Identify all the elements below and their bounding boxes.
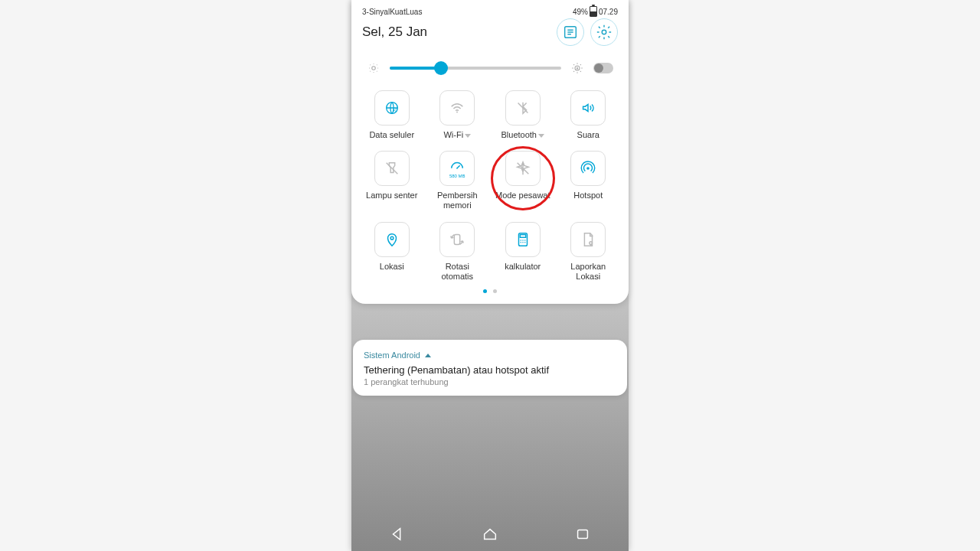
tile-button-location[interactable] bbox=[374, 222, 410, 257]
clock: 07.29 bbox=[599, 8, 618, 16]
svg-rect-20 bbox=[577, 530, 587, 539]
tile-reportloc[interactable]: Laporkan Lokasi bbox=[556, 222, 622, 282]
hotspot-icon bbox=[580, 160, 596, 177]
tile-button-autorotate[interactable] bbox=[439, 222, 475, 257]
notification-subtitle: 1 perangkat terhubung bbox=[364, 377, 616, 386]
tile-location[interactable]: Lokasi bbox=[359, 222, 425, 282]
brightness-low-icon bbox=[367, 61, 381, 75]
calc-icon bbox=[514, 231, 531, 248]
tile-label-calculator: kalkulator bbox=[505, 262, 541, 272]
tile-button-wifi[interactable] bbox=[439, 90, 475, 126]
svg-point-2 bbox=[372, 67, 376, 70]
flashlight-icon bbox=[384, 160, 400, 177]
settings-button[interactable] bbox=[590, 18, 618, 46]
battery-icon bbox=[590, 6, 597, 17]
tile-button-memclean[interactable]: 580 MB bbox=[439, 151, 475, 186]
tile-button-bluetooth[interactable] bbox=[505, 90, 541, 126]
brightness-slider[interactable] bbox=[390, 67, 561, 70]
tile-button-calculator[interactable] bbox=[505, 222, 541, 257]
tile-button-mobile-data[interactable]: 4G bbox=[374, 90, 410, 126]
tile-label-mobile-data: Data seluler bbox=[369, 130, 414, 140]
svg-text:4G: 4G bbox=[393, 109, 398, 112]
tile-button-flashlight[interactable] bbox=[374, 151, 410, 186]
home-icon[interactable] bbox=[482, 526, 498, 543]
tile-button-airplane[interactable] bbox=[505, 151, 541, 186]
svg-point-16 bbox=[520, 241, 521, 242]
globe-icon: 4G bbox=[384, 99, 400, 116]
phone-frame: 3-SinyalKuatLuas 49% 07.29 Sel, 25 Jan bbox=[351, 0, 629, 551]
tile-label-flashlight: Lampu senter bbox=[366, 191, 417, 201]
tile-label-location: Lokasi bbox=[380, 262, 404, 272]
airplane-icon bbox=[514, 160, 531, 177]
carrier-label: 3-SinyalKuatLuas bbox=[362, 8, 422, 16]
status-bar: 3-SinyalKuatLuas 49% 07.29 bbox=[351, 5, 629, 17]
battery-percent: 49% bbox=[573, 8, 588, 16]
svg-point-7 bbox=[456, 168, 458, 169]
gear-icon bbox=[596, 24, 612, 41]
tile-button-hotspot[interactable] bbox=[570, 151, 606, 186]
svg-point-6 bbox=[456, 112, 458, 113]
edit-tiles-button[interactable] bbox=[557, 18, 584, 46]
svg-point-13 bbox=[520, 240, 521, 240]
recent-icon[interactable] bbox=[574, 526, 591, 543]
tile-hotspot[interactable]: Hotspot bbox=[556, 151, 622, 210]
page-indicator bbox=[351, 289, 629, 293]
tile-airplane[interactable]: Mode pesawat bbox=[490, 151, 556, 210]
tile-calculator[interactable]: kalkulator bbox=[490, 222, 556, 282]
brightness-slider-fill bbox=[390, 67, 441, 70]
page-dot-1[interactable] bbox=[483, 289, 487, 293]
tile-label-wifi: Wi-Fi bbox=[443, 130, 471, 140]
tile-label-autorotate: Rotasi otomatis bbox=[429, 262, 485, 282]
chevron-up-icon[interactable] bbox=[425, 354, 431, 357]
tile-sound[interactable]: Suara bbox=[556, 90, 622, 140]
svg-point-18 bbox=[524, 241, 525, 242]
tile-bluetooth[interactable]: Bluetooth bbox=[490, 90, 556, 140]
quick-tiles-grid: 4GData selulerWi-FiBluetoothSuaraLampu s… bbox=[351, 83, 629, 282]
svg-point-15 bbox=[524, 240, 525, 240]
tile-memclean[interactable]: 580 MBPembersih memori bbox=[425, 151, 491, 210]
quick-settings-panel: 3-SinyalKuatLuas 49% 07.29 Sel, 25 Jan bbox=[351, 0, 629, 304]
svg-point-19 bbox=[590, 241, 593, 244]
date-label: Sel, 25 Jan bbox=[362, 24, 427, 40]
auto-brightness-toggle[interactable] bbox=[593, 63, 613, 73]
svg-point-1 bbox=[602, 30, 606, 34]
pin-icon bbox=[384, 231, 400, 248]
svg-rect-10 bbox=[455, 234, 460, 244]
tile-label-airplane: Mode pesawat bbox=[495, 191, 550, 201]
tile-label-hotspot: Hotspot bbox=[573, 191, 603, 201]
sound-icon bbox=[580, 99, 596, 116]
svg-rect-12 bbox=[520, 234, 525, 237]
tile-wifi[interactable]: Wi-Fi bbox=[425, 90, 491, 140]
wifi-icon bbox=[449, 99, 466, 116]
rotate-icon bbox=[449, 231, 466, 248]
back-icon[interactable] bbox=[389, 526, 406, 543]
brightness-slider-thumb[interactable] bbox=[434, 61, 448, 75]
gauge-icon bbox=[449, 158, 466, 175]
docpin-icon bbox=[580, 231, 596, 248]
notification-card[interactable]: Sistem Android Tethering (Penambatan) at… bbox=[353, 340, 627, 396]
tile-button-sound[interactable] bbox=[570, 90, 606, 126]
bluetooth-off-icon bbox=[514, 99, 531, 116]
tile-label-sound: Suara bbox=[577, 130, 599, 140]
tile-flashlight[interactable]: Lampu senter bbox=[359, 151, 425, 210]
tile-label-memclean: Pembersih memori bbox=[429, 191, 485, 210]
tile-button-reportloc[interactable] bbox=[570, 222, 606, 257]
svg-point-17 bbox=[522, 241, 523, 242]
tile-label-reportloc: Laporkan Lokasi bbox=[560, 262, 616, 282]
chevron-down-icon[interactable] bbox=[465, 134, 471, 138]
auto-brightness-icon bbox=[570, 61, 584, 75]
svg-point-9 bbox=[390, 236, 394, 240]
notification-title: Tethering (Penambatan) atau hotspot akti… bbox=[364, 364, 616, 376]
tile-label-bluetooth: Bluetooth bbox=[501, 130, 544, 140]
notification-app-name: Sistem Android bbox=[364, 350, 420, 360]
navigation-bar bbox=[351, 517, 629, 551]
svg-point-8 bbox=[586, 167, 590, 170]
chevron-down-icon[interactable] bbox=[538, 134, 544, 138]
brightness-row bbox=[351, 46, 629, 83]
page-dot-2[interactable] bbox=[493, 289, 497, 293]
tile-autorotate[interactable]: Rotasi otomatis bbox=[425, 222, 491, 282]
edit-icon bbox=[562, 24, 579, 41]
tile-mobile-data[interactable]: 4GData seluler bbox=[359, 90, 425, 140]
tile-subtext-memclean: 580 MB bbox=[449, 174, 466, 178]
svg-point-14 bbox=[522, 240, 523, 240]
